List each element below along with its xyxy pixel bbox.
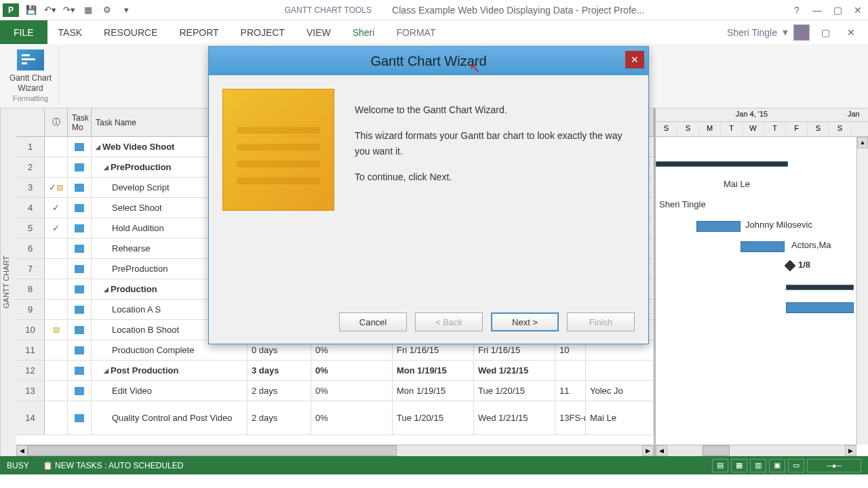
row-header[interactable]: 8 xyxy=(16,279,45,299)
table-row[interactable]: 12 ◢Post Production 3 days 0% Mon 1/19/1… xyxy=(16,361,654,381)
tab-file[interactable]: FILE xyxy=(0,20,47,44)
gantt-task-bar[interactable] xyxy=(696,221,741,232)
row-header[interactable]: 1 xyxy=(16,137,45,157)
gantt-vscroll[interactable]: ▲ xyxy=(856,137,868,445)
save-icon[interactable]: 💾 xyxy=(22,1,41,20)
customize-icon[interactable]: ▾ xyxy=(117,1,136,20)
row-header[interactable]: 2 xyxy=(16,157,45,177)
col-taskmode[interactable]: Task Mo xyxy=(68,108,92,136)
finish-cell[interactable]: Tue 1/20/15 xyxy=(474,381,555,401)
taskmode-cell[interactable] xyxy=(68,259,92,279)
complete-cell[interactable]: 0% xyxy=(311,401,393,434)
maximize-icon[interactable]: ▢ xyxy=(827,5,848,16)
dialog-close-button[interactable]: ✕ xyxy=(625,51,644,68)
redo-icon[interactable]: ↷▾ xyxy=(60,1,79,20)
ribbon-button-label[interactable]: Gantt Chart Wizard xyxy=(9,73,52,94)
scroll-up-icon[interactable]: ▲ xyxy=(857,137,868,148)
back-button[interactable]: < Back xyxy=(415,312,483,331)
row-header[interactable]: 11 xyxy=(16,340,45,360)
cancel-button[interactable]: Cancel xyxy=(339,312,407,331)
view-resource-icon[interactable]: ▣ xyxy=(769,459,785,472)
gantt-body[interactable]: Mai Le Sheri Tingle Johnny Milosevic Act… xyxy=(656,137,868,456)
taskmode-cell[interactable] xyxy=(68,157,92,177)
row-header[interactable]: 5 xyxy=(16,218,45,238)
complete-cell[interactable]: 0% xyxy=(311,361,393,380)
taskmode-cell[interactable] xyxy=(68,218,92,238)
row-header[interactable]: 13 xyxy=(16,381,45,401)
scroll-right-icon[interactable]: ▶ xyxy=(642,445,654,456)
taskmode-cell[interactable] xyxy=(68,361,92,380)
dialog-titlebar[interactable]: Gantt Chart Wizard ✕ xyxy=(209,47,648,75)
start-cell[interactable]: Mon 1/19/15 xyxy=(393,381,474,401)
qa-icon2[interactable]: ⚙ xyxy=(98,1,117,20)
taskmode-cell[interactable] xyxy=(68,198,92,218)
resource-cell[interactable]: Mai Le xyxy=(586,401,654,434)
qa-icon1[interactable]: ▦ xyxy=(79,1,98,20)
gantt-hscroll[interactable]: ◀ ▶ xyxy=(656,445,856,456)
resource-cell[interactable] xyxy=(586,361,654,380)
col-indicators[interactable]: ⓘ xyxy=(45,108,68,136)
pred-cell[interactable]: 13FS-day xyxy=(555,401,586,434)
taskname-cell[interactable]: Quality Control and Post Video xyxy=(92,401,248,434)
taskmode-cell[interactable] xyxy=(68,137,92,157)
gantt-summary-bar[interactable] xyxy=(786,285,854,290)
taskmode-cell[interactable] xyxy=(68,320,92,340)
taskname-cell[interactable]: ◢Post Production xyxy=(92,361,248,380)
tab-resource[interactable]: RESOURCE xyxy=(93,20,168,44)
complete-cell[interactable]: 0% xyxy=(311,381,393,401)
finish-cell[interactable]: Wed 1/21/15 xyxy=(474,361,555,380)
view-task-icon[interactable]: ▦ xyxy=(731,459,747,472)
scroll-right-icon[interactable]: ▶ xyxy=(845,445,856,456)
taskmode-cell[interactable] xyxy=(68,381,92,401)
taskmode-cell[interactable] xyxy=(68,178,92,197)
col-rownum[interactable] xyxy=(16,108,45,136)
duration-cell[interactable]: 2 days xyxy=(248,401,311,434)
row-header[interactable]: 12 xyxy=(16,361,45,380)
resource-cell[interactable]: Yolec Jo xyxy=(586,381,654,401)
taskmode-cell[interactable] xyxy=(68,300,92,319)
undo-icon[interactable]: ↶▾ xyxy=(41,1,60,20)
tab-custom[interactable]: Sheri xyxy=(342,20,386,44)
table-row[interactable]: 14 Quality Control and Post Video 2 days… xyxy=(16,401,654,435)
ribbon-restore-icon[interactable]: ▢ xyxy=(815,27,835,38)
next-button[interactable]: Next > xyxy=(491,312,559,331)
user-name[interactable]: Sheri Tingle xyxy=(727,27,777,38)
gantt-task-bar[interactable] xyxy=(786,302,854,313)
finish-cell[interactable]: Wed 1/21/15 xyxy=(474,401,555,434)
row-header[interactable]: 10 xyxy=(16,320,45,340)
tab-task[interactable]: TASK xyxy=(47,20,94,44)
view-label[interactable]: GANTT CHART xyxy=(0,108,16,456)
duration-cell[interactable]: 2 days xyxy=(248,381,311,401)
taskmode-cell[interactable] xyxy=(68,279,92,299)
minimize-icon[interactable]: — xyxy=(807,5,827,16)
start-cell[interactable]: Tue 1/20/15 xyxy=(393,401,474,434)
taskmode-cell[interactable] xyxy=(68,239,92,258)
scroll-left-icon[interactable]: ◀ xyxy=(656,445,667,456)
ribbon-close-icon[interactable]: ✕ xyxy=(841,27,861,38)
gantt-wizard-icon[interactable] xyxy=(17,49,44,70)
row-header[interactable]: 3 xyxy=(16,178,45,197)
row-header[interactable]: 14 xyxy=(16,401,45,434)
close-window-icon[interactable]: ✕ xyxy=(848,5,868,16)
table-row[interactable]: 13 Edit Video 2 days 0% Mon 1/19/15 Tue … xyxy=(16,381,654,401)
view-gantt-icon[interactable]: ▤ xyxy=(712,459,728,472)
row-header[interactable]: 9 xyxy=(16,300,45,319)
scroll-left-icon[interactable]: ◀ xyxy=(16,445,28,456)
tab-report[interactable]: REPORT xyxy=(168,20,229,44)
row-header[interactable]: 6 xyxy=(16,239,45,258)
view-report-icon[interactable]: ▭ xyxy=(788,459,804,472)
help-icon[interactable]: ? xyxy=(787,5,807,16)
pred-cell[interactable] xyxy=(555,361,586,380)
gantt-summary-bar[interactable] xyxy=(656,161,788,167)
view-team-icon[interactable]: ▥ xyxy=(750,459,766,472)
start-cell[interactable]: Mon 1/19/15 xyxy=(393,361,474,380)
zoom-slider[interactable]: ─●─ xyxy=(807,459,861,472)
tab-view[interactable]: VIEW xyxy=(296,20,342,44)
gantt-task-bar[interactable] xyxy=(741,241,785,252)
pred-cell[interactable]: 11 xyxy=(555,381,586,401)
avatar[interactable] xyxy=(793,24,810,41)
taskmode-cell[interactable] xyxy=(68,340,92,360)
duration-cell[interactable]: 3 days xyxy=(248,361,311,380)
newtasks-text[interactable]: 📋 NEW TASKS : AUTO SCHEDULED xyxy=(43,461,184,470)
tab-format[interactable]: FORMAT xyxy=(385,20,446,44)
